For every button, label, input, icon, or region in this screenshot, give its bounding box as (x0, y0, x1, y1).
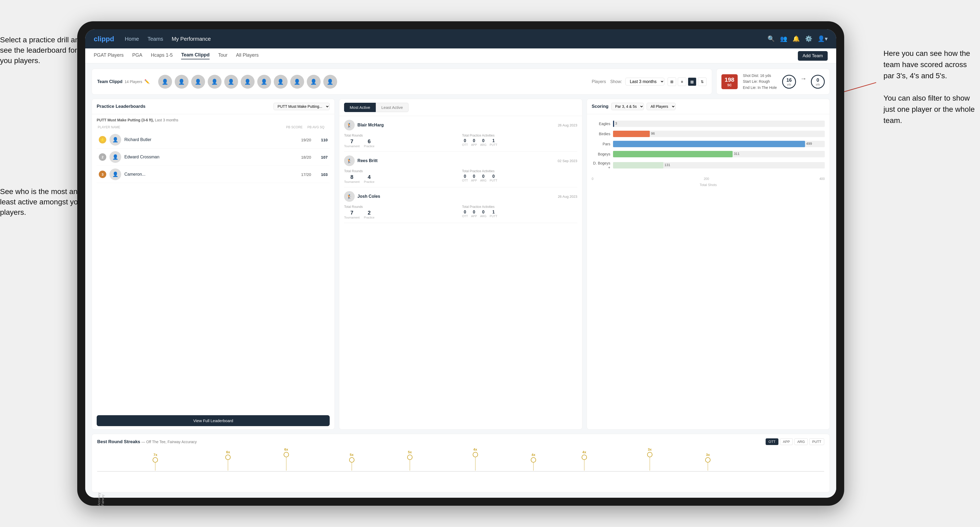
nav-logo: clippd (94, 35, 114, 43)
bar-track-eagles: 3 (613, 121, 825, 127)
lb-name-1: Richard Butler (124, 137, 292, 142)
profile-icon[interactable]: 👤▾ (818, 35, 828, 42)
subnav-allplayers[interactable]: All Players (236, 52, 259, 59)
practice-leaderboards-title: Practice Leaderboards (97, 104, 145, 109)
activity-player-3: 🏌️ Josh Coles 26 Aug 2023 Total Rounds 7 (344, 187, 577, 223)
bar-value-eagles: 3 (615, 121, 617, 125)
streak-label-8: 3x (648, 448, 652, 451)
streak-label-9: 3x (706, 453, 710, 457)
rank-badge-2: 2 (99, 153, 106, 161)
avatar-3[interactable]: 👤 (191, 75, 205, 89)
view-icon-list[interactable]: ≡ (678, 78, 686, 86)
avatar-10[interactable]: 👤 (307, 75, 321, 89)
filter-putt[interactable]: PUTT (809, 438, 824, 445)
leaderboard-row: 3 👤 Cameron... 17/20 103 (97, 166, 330, 183)
view-icon-card[interactable]: ▦ (688, 78, 696, 86)
players-label: Players (592, 79, 606, 84)
bar-label-bogeys: Bogeys (592, 152, 610, 156)
pac-date-2: 02 Sep 2023 (558, 159, 578, 163)
view-icon-sort[interactable]: ⇅ (698, 78, 706, 86)
subnav-hcaps[interactable]: Hcaps 1-5 (151, 52, 173, 59)
tab-most-active[interactable]: Most Active (344, 103, 376, 112)
lb-avatar-3[interactable]: 👤 (110, 168, 121, 180)
lb-avatar-1[interactable]: 👤 (110, 134, 121, 146)
streak-dot-0 (153, 457, 158, 463)
avatar-4[interactable]: 👤 (208, 75, 221, 89)
nav-link-myperformance[interactable]: My Performance (172, 36, 211, 42)
avatar-11[interactable]: 👤 (323, 75, 337, 89)
drill-select[interactable]: PUTT Must Make Putting... (274, 103, 330, 110)
bell-icon[interactable]: 🔔 (792, 35, 800, 42)
settings-icon[interactable]: ⚙️ (805, 35, 812, 42)
pac-date-3: 26 Aug 2023 (558, 195, 578, 198)
lb-avatar-2[interactable]: 👤 (110, 151, 121, 163)
bar-row-bogeys: Bogeys311 (592, 151, 825, 157)
nav-link-teams[interactable]: Teams (148, 36, 163, 42)
streak-dot-7 (582, 455, 587, 460)
search-icon[interactable]: 🔍 (767, 35, 775, 42)
tablet-screen: clippd Home Teams My Performance 🔍 👥 🔔 ⚙… (85, 29, 836, 498)
shot-circle-end: 0 yds (811, 75, 825, 89)
avatar-8[interactable]: 👤 (274, 75, 288, 89)
subnav-pgat[interactable]: PGAT Players (94, 52, 124, 59)
pac-avatar-1[interactable]: 🏌️ (344, 120, 355, 130)
pac-name-1: Blair McHarg (357, 123, 555, 127)
avatar-2[interactable]: 👤 (175, 75, 189, 89)
avatar-5[interactable]: 👤 (224, 75, 238, 89)
bar-fill-bogeys (613, 151, 733, 157)
streaks-title: Best Round Streaks (97, 439, 140, 444)
bar-track-pars: 499 (613, 141, 825, 147)
view-icons: ⊞ ≡ ▦ ⇅ (668, 78, 706, 86)
subnav-tour[interactable]: Tour (218, 52, 228, 59)
streak-stem-5 (475, 457, 476, 471)
pac-practice-1: 0OTT 0APP 0ARG 1PUTT (462, 138, 578, 146)
avatar-7[interactable]: 👤 (257, 75, 271, 89)
filter-arg[interactable]: ARG (794, 438, 808, 445)
avatar-9[interactable]: 👤 (290, 75, 304, 89)
avatar-1[interactable]: 👤 (158, 75, 172, 89)
add-team-button[interactable]: Add Team (798, 51, 828, 61)
shot-circle-start: 16 yds (782, 75, 796, 89)
nav-icons: 🔍 👥 🔔 ⚙️ 👤▾ (767, 35, 828, 42)
lb-avg-2: 107 (314, 155, 328, 159)
streak-label-4: 5x (408, 450, 412, 454)
show-filter: Show: Last 3 months ⊞ ≡ ▦ ⇅ (610, 78, 706, 86)
nav-link-home[interactable]: Home (125, 36, 139, 42)
streak-chart: 7x6x6x5x5x4x4x4x3x3x (97, 448, 824, 482)
streak-stem-6 (533, 463, 534, 471)
streak-label-3: 5x (350, 453, 353, 457)
pac-stats-1: Total Rounds 7 Tournament 6 Pr (344, 133, 577, 148)
top-row: Team Clippd 14 Players ✏️ 👤 👤 👤 👤 👤 👤 👤 … (92, 69, 830, 94)
avatar-6[interactable]: 👤 (241, 75, 255, 89)
scoring-body: Eagles3Birdies96Pars499Bogeys311D. Bogey… (587, 114, 829, 429)
shot-arrow-icon: → (800, 75, 807, 89)
streak-dot-6 (531, 457, 536, 463)
lb-avg-1: 110 (314, 138, 328, 142)
bottom-header: Best Round Streaks — Off The Tee, Fairwa… (97, 438, 824, 445)
pac-avatar-2[interactable]: 🏌️ (344, 156, 355, 166)
tab-least-active[interactable]: Least Active (376, 103, 409, 112)
subnav-teamclippd[interactable]: Team Clippd (181, 52, 210, 59)
show-select[interactable]: Last 3 months (625, 78, 664, 86)
scoring-filter-players[interactable]: All Players (647, 103, 676, 110)
streak-dot-3 (349, 457, 355, 463)
players-card: Team Clippd 14 Players ✏️ 👤 👤 👤 👤 👤 👤 👤 … (92, 69, 712, 94)
pac-avatar-3[interactable]: 🏌️ (344, 191, 355, 202)
view-full-leaderboard-button[interactable]: View Full Leaderboard (97, 415, 330, 426)
bar-value-pars: 499 (806, 141, 812, 146)
bar-fill-dbogeys (613, 162, 663, 168)
bar-chart: Eagles3Birdies96Pars499Bogeys311D. Bogey… (592, 118, 825, 176)
scoring-header: Scoring Par 3, 4 & 5s All Players (587, 99, 829, 114)
view-icon-grid[interactable]: ⊞ (668, 78, 676, 86)
subnav-pga[interactable]: PGA (132, 52, 142, 59)
lb-name-3: Cameron... (124, 172, 292, 177)
bar-label-eagles: Eagles (592, 122, 610, 126)
filter-ott[interactable]: OTT (765, 438, 778, 445)
streak-dot-5 (473, 452, 478, 457)
filter-app[interactable]: APP (780, 438, 793, 445)
edit-team-icon[interactable]: ✏️ (144, 79, 150, 84)
practice-leaderboards-header: Practice Leaderboards PUTT Must Make Put… (92, 99, 334, 114)
scoring-filter-par[interactable]: Par 3, 4 & 5s (611, 103, 644, 110)
bar-value-birdies: 96 (651, 132, 655, 135)
people-icon[interactable]: 👥 (780, 35, 787, 42)
